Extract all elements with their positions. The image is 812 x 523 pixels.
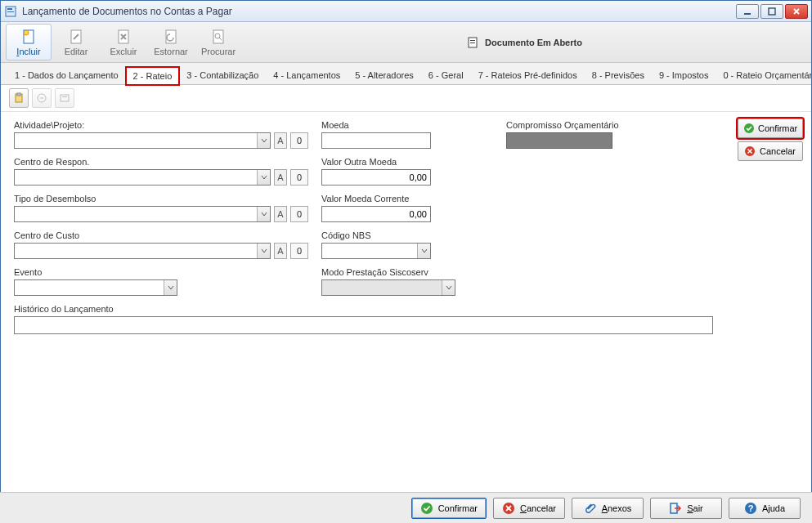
moeda-label: Moeda xyxy=(321,120,493,130)
cancel-circle-icon xyxy=(743,145,756,158)
tipo-desembolso-mode-a[interactable]: A xyxy=(274,206,287,222)
footer-confirmar-label: Confirmar xyxy=(438,503,478,513)
chevron-down-icon xyxy=(257,244,270,258)
revert-icon xyxy=(162,28,180,46)
evento-field: Evento xyxy=(14,267,308,296)
modo-siscoserv-label: Modo Prestação Siscoserv xyxy=(321,267,493,277)
centro-custo-label: Centro de Custo xyxy=(14,230,308,240)
chevron-down-icon xyxy=(164,280,177,295)
tab-rateio[interactable]: 2 - Rateio xyxy=(126,67,180,85)
footer-sair-button[interactable]: Sair xyxy=(650,498,722,519)
centro-custo-mode-num[interactable]: 0 xyxy=(290,243,308,259)
estornar-label: Estornar xyxy=(154,47,188,56)
tipo-desembolso-combo[interactable] xyxy=(14,206,271,222)
historico-input[interactable] xyxy=(14,316,713,334)
tab-rateio-orcamentario[interactable]: 0 - Rateio Orçamentário xyxy=(716,66,812,84)
svg-rect-19 xyxy=(62,96,67,97)
centro-respon-combo[interactable] xyxy=(14,169,271,186)
search-icon xyxy=(209,28,227,46)
chevron-down-icon xyxy=(417,244,430,258)
codigo-nbs-combo[interactable] xyxy=(321,243,431,259)
centro-respon-field: Centro de Respon. A 0 xyxy=(14,157,308,186)
chevron-down-icon xyxy=(257,207,270,221)
tab-alteradores[interactable]: 5 - Alteradores xyxy=(348,66,421,84)
incluir-button[interactable]: Incluir xyxy=(6,24,52,60)
procurar-label: Procurar xyxy=(201,47,236,56)
titlebar: Lançamento de Documentos no Contas a Pag… xyxy=(1,1,811,22)
svg-rect-4 xyxy=(769,8,775,15)
evento-combo[interactable] xyxy=(14,279,177,296)
side-actions: Confirmar Cancelar xyxy=(738,118,803,161)
codigo-nbs-label: Código NBS xyxy=(321,230,493,240)
codigo-nbs-field: Código NBS xyxy=(321,230,493,259)
tab-contabilizacao[interactable]: 3 - Contabilização xyxy=(179,66,266,84)
sub-action-3[interactable] xyxy=(55,88,74,108)
chevron-down-icon xyxy=(257,170,270,185)
maximize-button[interactable] xyxy=(760,4,783,19)
valor-corrente-label: Valor Moeda Corrente xyxy=(321,194,493,203)
valor-outra-label: Valor Outra Moeda xyxy=(321,157,493,167)
valor-outra-input[interactable]: 0,00 xyxy=(321,169,431,186)
centro-custo-combo[interactable] xyxy=(14,243,271,259)
svg-rect-14 xyxy=(470,42,475,43)
svg-point-22 xyxy=(421,503,433,514)
check-circle-icon xyxy=(743,122,755,135)
editar-button[interactable]: Editar xyxy=(53,24,99,60)
document-icon xyxy=(467,36,480,49)
moeda-input[interactable] xyxy=(321,132,431,149)
svg-rect-2 xyxy=(7,11,14,12)
modo-siscoserv-combo[interactable] xyxy=(321,279,455,296)
clip-icon xyxy=(584,502,597,515)
app-icon xyxy=(4,5,17,18)
svg-rect-3 xyxy=(744,13,751,15)
valor-corrente-input[interactable]: 0,00 xyxy=(321,206,431,222)
tab-lancamentos[interactable]: 4 - Lançamentos xyxy=(266,66,348,84)
centro-respon-label: Centro de Respon. xyxy=(14,157,308,167)
tab-geral[interactable]: 6 - Geral xyxy=(421,66,471,84)
estornar-button[interactable]: Estornar xyxy=(148,24,194,60)
tab-impostos[interactable]: 9 - Impostos xyxy=(652,66,716,84)
exit-icon xyxy=(669,502,682,515)
main-toolbar: Incluir Editar Excluir Estornar Procurar… xyxy=(1,22,811,63)
chevron-down-icon xyxy=(257,133,270,148)
valor-corrente-field: Valor Moeda Corrente 0,00 xyxy=(321,194,493,222)
compromisso-label: Compromisso Orçamentário xyxy=(506,120,686,130)
tipo-desembolso-field: Tipo de Desembolso A 0 xyxy=(14,194,308,222)
tab-rateios-predef[interactable]: 7 - Rateios Pré-definidos xyxy=(471,66,585,84)
svg-rect-13 xyxy=(470,40,475,41)
side-cancelar-button[interactable]: Cancelar xyxy=(738,141,803,161)
help-icon: ? xyxy=(744,502,757,515)
close-button[interactable] xyxy=(785,4,808,19)
side-confirmar-button[interactable]: Confirmar xyxy=(738,118,803,138)
tab-dados[interactable]: 1 - Dados do Lançamento xyxy=(7,66,126,84)
atividade-mode-num[interactable]: 0 xyxy=(290,132,308,149)
sub-action-2[interactable] xyxy=(32,88,52,108)
paste-button[interactable] xyxy=(9,88,29,108)
centro-respon-mode-num[interactable]: 0 xyxy=(290,169,308,186)
atividade-combo[interactable] xyxy=(14,132,271,149)
tab-bar: 1 - Dados do Lançamento 2 - Rateio 3 - C… xyxy=(1,63,811,85)
atividade-mode-a[interactable]: A xyxy=(274,132,287,149)
centro-custo-field: Centro de Custo A 0 xyxy=(14,230,308,259)
modo-siscoserv-field: Modo Prestação Siscoserv xyxy=(321,267,493,296)
centro-respon-mode-a[interactable]: A xyxy=(274,169,287,186)
tipo-desembolso-mode-num[interactable]: 0 xyxy=(290,206,308,222)
side-confirmar-label: Confirmar xyxy=(758,123,797,133)
footer-confirmar-button[interactable]: Confirmar xyxy=(411,498,487,519)
tab-previsoes[interactable]: 8 - Previsões xyxy=(585,66,652,84)
footer-cancelar-button[interactable]: Cancelar xyxy=(493,498,565,519)
sub-toolbar xyxy=(1,85,811,112)
footer-anexos-label: Anexos xyxy=(602,503,632,513)
document-status: Documento Em Aberto xyxy=(243,24,806,60)
footer-ajuda-button[interactable]: ? Ajuda xyxy=(729,498,801,519)
footer-ajuda-label: Ajuda xyxy=(762,503,785,513)
atividade-field: Atividade\Projeto: A 0 xyxy=(14,120,308,149)
centro-custo-mode-a[interactable]: A xyxy=(274,243,287,259)
minimize-button[interactable] xyxy=(736,4,759,19)
svg-rect-18 xyxy=(61,95,69,101)
excluir-button[interactable]: Excluir xyxy=(101,24,146,60)
window-title: Lançamento de Documentos no Contas a Pag… xyxy=(22,6,736,17)
procurar-button[interactable]: Procurar xyxy=(195,24,241,60)
valor-outra-field: Valor Outra Moeda 0,00 xyxy=(321,157,493,186)
footer-anexos-button[interactable]: Anexos xyxy=(572,498,644,519)
